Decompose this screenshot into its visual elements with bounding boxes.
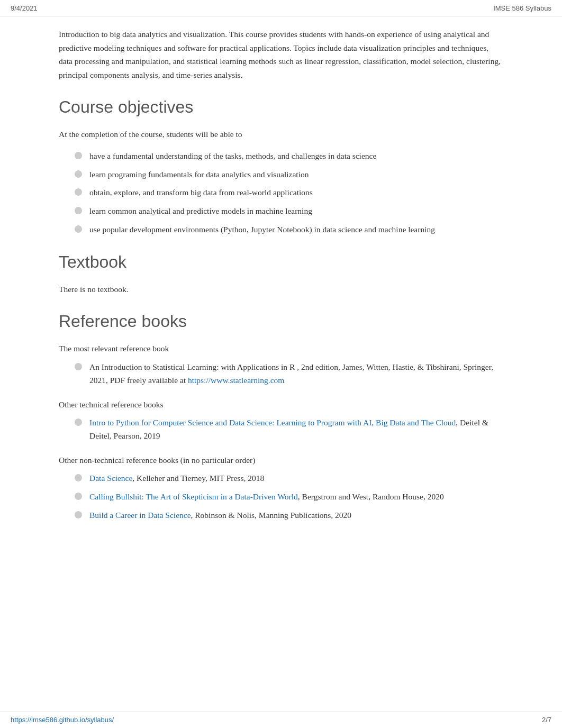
- other-technical-list: Intro to Python for Computer Science and…: [75, 416, 503, 443]
- list-item: use popular development environments (Py…: [75, 223, 503, 236]
- bottom-bar-url[interactable]: https://imse586.github.io/syllabus/: [11, 716, 114, 724]
- page-content: Introduction to big data analytics and v…: [27, 17, 535, 565]
- list-item: have a fundamental understanding of the …: [75, 150, 503, 163]
- list-item-text: Intro to Python for Computer Science and…: [89, 416, 503, 443]
- list-item-text: An Introduction to Statistical Learning:…: [89, 361, 503, 387]
- other-nontechnical-list: Data Science, Kelleher and Tierney, MIT …: [75, 472, 503, 522]
- intro-paragraph: Introduction to big data analytics and v…: [59, 28, 503, 81]
- list-item: Intro to Python for Computer Science and…: [75, 416, 503, 443]
- bullet-dot-icon: [75, 170, 82, 178]
- list-item: Data Science, Kelleher and Tierney, MIT …: [75, 472, 503, 485]
- list-item: learn programing fundamentals for data a…: [75, 168, 503, 181]
- list-item: Build a Career in Data Science, Robinson…: [75, 509, 503, 522]
- data-science-link[interactable]: Data Science: [89, 474, 132, 483]
- list-item-text: learn programing fundamentals for data a…: [89, 168, 309, 181]
- build-career-link[interactable]: Build a Career in Data Science: [89, 511, 191, 520]
- list-item: learn common analytical and predictive m…: [75, 205, 503, 218]
- reference-books-heading: Reference books: [59, 312, 503, 331]
- list-item-text: Build a Career in Data Science, Robinson…: [89, 509, 351, 522]
- bullet-dot-icon: [75, 225, 82, 233]
- bullet-dot-icon: [75, 474, 82, 481]
- bullet-dot-icon: [75, 363, 82, 370]
- calling-bullshit-link[interactable]: Calling Bullshit: The Art of Skepticism …: [89, 492, 298, 501]
- top-bar-date: 9/4/2021: [11, 4, 38, 12]
- most-relevant-label: The most relevant reference book: [59, 342, 503, 356]
- most-relevant-list: An Introduction to Statistical Learning:…: [75, 361, 503, 387]
- list-item-text: use popular development environments (Py…: [89, 223, 435, 236]
- top-bar: 9/4/2021 IMSE 586 Syllabus: [0, 0, 562, 17]
- bottom-bar-page: 2/7: [542, 716, 551, 724]
- list-item-text: learn common analytical and predictive m…: [89, 205, 312, 218]
- bullet-dot-icon: [75, 207, 82, 214]
- top-bar-title: IMSE 586 Syllabus: [493, 4, 551, 12]
- bottom-bar: https://imse586.github.io/syllabus/ 2/7: [0, 711, 562, 728]
- textbook-text: There is no textbook.: [59, 283, 503, 296]
- list-item-text: have a fundamental understanding of the …: [89, 150, 376, 163]
- other-technical-label: Other technical reference books: [59, 398, 503, 412]
- list-item-text: Data Science, Kelleher and Tierney, MIT …: [89, 472, 264, 485]
- bullet-dot-icon: [75, 493, 82, 500]
- list-item-text: Calling Bullshit: The Art of Skepticism …: [89, 490, 444, 504]
- bullet-dot-icon: [75, 152, 82, 159]
- list-item: obtain, explore, and transform big data …: [75, 186, 503, 199]
- other-nontechnical-label: Other non-technical reference books (in …: [59, 453, 503, 467]
- course-objectives-list: have a fundamental understanding of the …: [75, 150, 503, 236]
- list-item: An Introduction to Statistical Learning:…: [75, 361, 503, 387]
- bullet-dot-icon: [75, 188, 82, 196]
- bullet-dot-icon: [75, 511, 82, 518]
- course-objectives-heading: Course objectives: [59, 97, 503, 117]
- list-item-text: obtain, explore, and transform big data …: [89, 186, 313, 199]
- textbook-section: There is no textbook.: [59, 283, 503, 296]
- course-objectives-intro: At the completion of the course, student…: [59, 128, 503, 141]
- textbook-heading: Textbook: [59, 252, 503, 272]
- bullet-dot-icon: [75, 418, 82, 426]
- statlearning-link[interactable]: https://www.statlearning.com: [188, 376, 284, 385]
- python-intro-link[interactable]: Intro to Python for Computer Science and…: [89, 418, 456, 427]
- list-item: Calling Bullshit: The Art of Skepticism …: [75, 490, 503, 504]
